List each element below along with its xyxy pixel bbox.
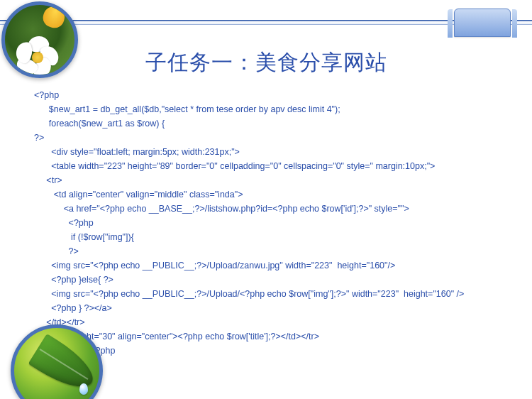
php-code-block: <?php $new_art1 = db_get_all($db,"select… bbox=[34, 88, 504, 386]
slide-title: 子任务一：美食分享网站 bbox=[0, 48, 532, 77]
slide-tab-decoration bbox=[454, 9, 511, 37]
leaf-decoration-bottom bbox=[11, 324, 103, 399]
